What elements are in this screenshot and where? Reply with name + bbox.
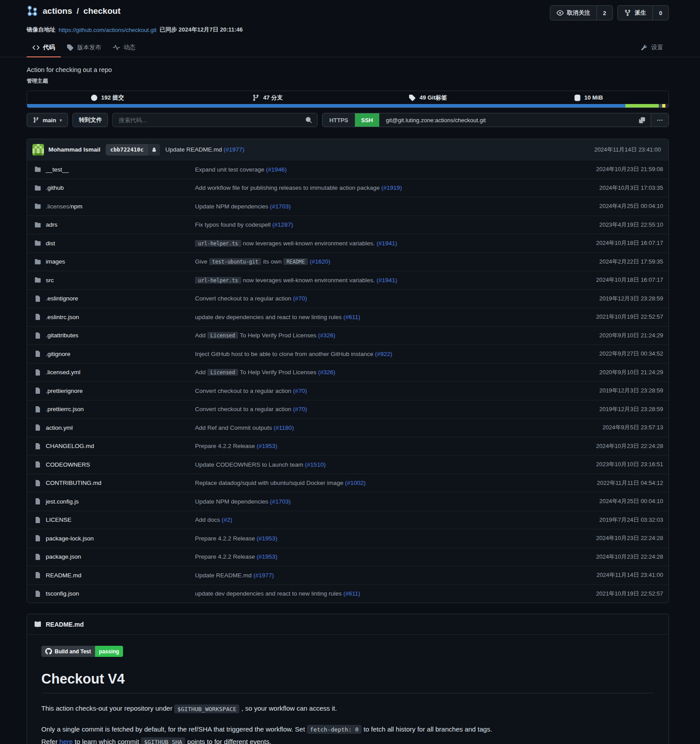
table-row[interactable]: .eslintrc.json update dev dependencies a… (27, 308, 668, 326)
table-row[interactable]: .gitignore Inject GitHub host to be able… (27, 344, 668, 363)
file-name-link[interactable]: LICENSE (46, 516, 72, 523)
clone-url-input[interactable] (385, 116, 627, 124)
table-row[interactable]: __test__ Expand unit test coverage (#194… (27, 160, 668, 179)
issue-link[interactable]: (#1703) (270, 498, 291, 505)
issue-link[interactable]: (#1620) (310, 258, 330, 265)
avatar[interactable] (32, 144, 44, 156)
table-row[interactable]: .licensed.yml Add Licensed To Help Verif… (27, 363, 668, 382)
https-clone-button[interactable]: HTTPS (322, 113, 355, 127)
tab-code[interactable]: 代码 (27, 40, 61, 57)
issue-link[interactable]: (#2) (222, 516, 232, 523)
issue-link[interactable]: (#1977) (253, 572, 274, 579)
file-name-link[interactable]: CHANGELOG.md (46, 443, 94, 449)
file-name-link[interactable]: .github (46, 184, 64, 191)
search-input[interactable] (118, 116, 302, 124)
file-name-link[interactable]: .prettierignore (46, 388, 83, 394)
fork-button[interactable]: 派生 0 (617, 5, 669, 20)
file-name-link[interactable]: .prettierrc.json (46, 406, 84, 412)
repo-name-link[interactable]: checkout (84, 6, 120, 16)
table-row[interactable]: CONTRIBUTING.md Replace datadog/squid wi… (27, 474, 668, 492)
issue-link[interactable]: (#326) (318, 369, 335, 376)
issue-link[interactable]: (#1946) (266, 166, 287, 173)
commits-stat[interactable]: 192 提交 (27, 91, 187, 104)
table-row[interactable]: LICENSE Add docs (#2) 2019年7月24日 03:32:0… (27, 511, 668, 529)
table-row[interactable]: action.yml Add Ref and Commit outputs (#… (27, 418, 668, 437)
issue-link[interactable]: (#1953) (257, 553, 278, 560)
file-name-link[interactable]: __test__ (46, 166, 69, 173)
table-row[interactable]: dist url-helper.ts now leverages well-kn… (27, 234, 668, 252)
table-row[interactable]: src url-helper.ts now leverages well-kno… (27, 271, 668, 289)
file-name-link[interactable]: .gitattributes (46, 332, 79, 339)
table-row[interactable]: .prettierrc.json Convert checkout to a r… (27, 400, 668, 419)
commit-author-link[interactable]: Mohammad Ismail (48, 146, 100, 153)
issue-link[interactable]: (#1287) (272, 221, 293, 228)
file-name-link[interactable]: dist (46, 240, 55, 247)
table-row[interactable]: images Give test-ubuntu-git its own READ… (27, 252, 668, 271)
file-name-link[interactable]: CODEOWNERS (46, 461, 90, 468)
table-row[interactable]: package.json Prepare 4.2.2 Release (#195… (27, 548, 668, 566)
issue-link[interactable]: (#70) (293, 388, 307, 394)
issue-link[interactable]: (#1941) (377, 277, 398, 284)
table-row[interactable]: README.md Update README.md (#1977) 2024年… (27, 566, 668, 584)
tags-stat[interactable]: 49 Git标签 (348, 91, 508, 104)
table-row[interactable]: CODEOWNERS Update CODEOWNERS to Launch t… (27, 455, 668, 474)
copy-url-button[interactable] (633, 113, 651, 127)
language-bar[interactable] (27, 104, 668, 108)
build-status-badge[interactable]: Build and Test passing (41, 646, 123, 657)
branch-selector[interactable]: main ▾ (27, 113, 68, 127)
file-name-link[interactable]: README.md (46, 572, 81, 579)
table-row[interactable]: .prettierignore Convert checkout to a re… (27, 381, 668, 400)
search-icon[interactable] (305, 116, 312, 124)
issue-link[interactable]: (#1180) (274, 424, 294, 431)
tab-settings[interactable]: 设置 (635, 40, 669, 57)
issue-link[interactable]: (#1941) (377, 240, 398, 247)
issue-link[interactable]: (#1953) (257, 443, 278, 449)
issue-link[interactable]: (#1919) (381, 184, 402, 191)
file-name-link[interactable]: action.yml (46, 424, 73, 431)
readme-header[interactable]: README.md (27, 614, 668, 635)
file-name-link[interactable]: .eslintignore (46, 295, 78, 302)
forks-count[interactable]: 0 (652, 6, 668, 20)
file-name-link[interactable]: .licenses/npm (46, 203, 83, 210)
unwatch-button[interactable]: 取消关注 2 (550, 5, 613, 20)
issue-link[interactable]: (#1002) (345, 480, 366, 486)
table-row[interactable]: package-lock.json Prepare 4.2.2 Release … (27, 529, 668, 548)
file-name-link[interactable]: .licensed.yml (46, 369, 80, 376)
goto-file-button[interactable]: 转到文件 (72, 113, 108, 127)
issue-link[interactable]: (#1977) (224, 146, 245, 153)
file-name-link[interactable]: tsconfig.json (46, 590, 79, 597)
table-row[interactable]: .eslintignore Convert checkout to a regu… (27, 289, 668, 308)
issue-link[interactable]: (#922) (375, 351, 392, 357)
clone-more-button[interactable] (651, 113, 668, 127)
issue-link[interactable]: (#70) (293, 295, 307, 302)
watchers-count[interactable]: 2 (597, 6, 612, 20)
table-row[interactable]: .licenses/npm Update NPM dependencies (#… (27, 197, 668, 216)
commit-sha-link[interactable]: cbb722410c (106, 144, 160, 156)
file-name-link[interactable]: package-lock.json (46, 535, 94, 542)
table-row[interactable]: adrs Fix typos found by codespell (#1287… (27, 216, 668, 234)
mirror-url-link[interactable]: https://github.com/actions/checkout.git (59, 27, 156, 33)
file-name-link[interactable]: CONTRIBUTING.md (46, 480, 101, 486)
issue-link[interactable]: (#326) (318, 332, 335, 339)
file-name-link[interactable]: src (46, 277, 54, 284)
issue-link[interactable]: (#70) (293, 406, 307, 412)
manage-topics-link[interactable]: 管理主题 (27, 77, 48, 85)
issue-link[interactable]: (#611) (343, 314, 360, 320)
repo-owner-link[interactable]: actions (43, 6, 72, 16)
file-name-link[interactable]: package.json (46, 553, 81, 560)
tab-releases[interactable]: 版本发布 (61, 40, 107, 57)
issue-link[interactable]: (#611) (343, 590, 360, 597)
table-row[interactable]: .gitattributes Add Licensed To Help Veri… (27, 326, 668, 345)
table-row[interactable]: tsconfig.json update dev dependencies an… (27, 584, 668, 603)
file-name-link[interactable]: .eslintrc.json (46, 314, 79, 320)
table-row[interactable]: .github Add workflow file for publishing… (27, 179, 668, 197)
ssh-clone-button[interactable]: SSH (355, 113, 379, 127)
table-row[interactable]: CHANGELOG.md Prepare 4.2.2 Release (#195… (27, 437, 668, 456)
file-name-link[interactable]: images (46, 258, 65, 265)
issue-link[interactable]: (#1703) (270, 203, 291, 210)
issue-link[interactable]: here (60, 738, 73, 744)
issue-link[interactable]: (#1953) (257, 535, 278, 542)
file-name-link[interactable]: adrs (46, 221, 57, 228)
issue-link[interactable]: (#1510) (305, 461, 326, 468)
file-name-link[interactable]: .gitignore (46, 351, 71, 357)
